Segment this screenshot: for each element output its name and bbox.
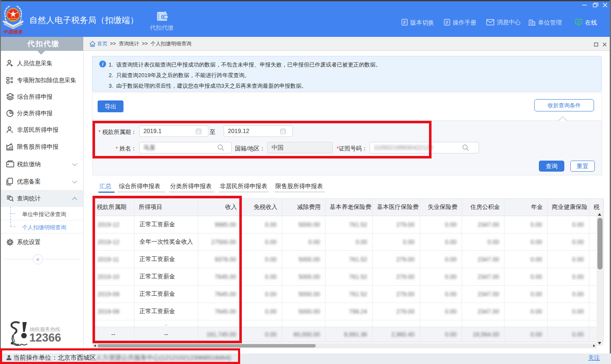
- svg-text:中国税务: 中国税务: [3, 29, 23, 34]
